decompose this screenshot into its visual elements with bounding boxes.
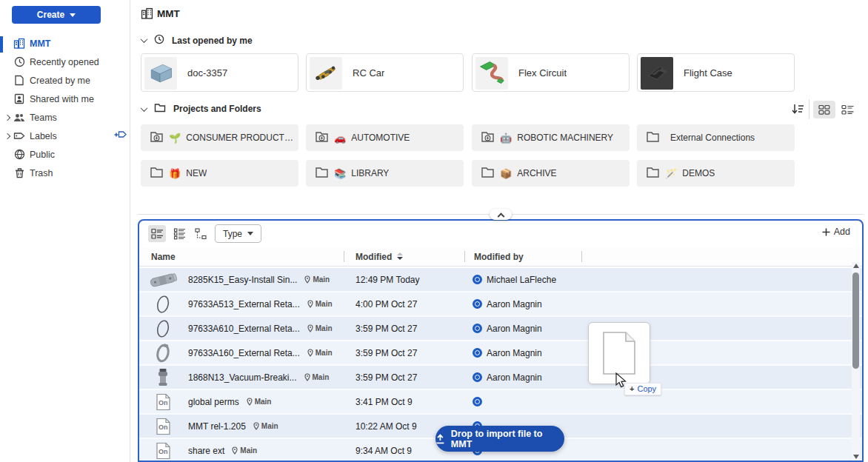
folder-name: LIBRARY: [351, 168, 389, 178]
folder-emoji: 🌱: [169, 133, 181, 143]
document-card-flex-circuit[interactable]: Flex Circuit: [472, 53, 630, 92]
toolbar-divider: [809, 99, 809, 119]
add-label-icon[interactable]: [114, 130, 127, 142]
row-name: share ext: [188, 446, 224, 456]
user-avatar: [473, 275, 482, 284]
row-modified-by: Aaron Magnin: [487, 372, 542, 383]
chevron-down-icon[interactable]: [141, 36, 148, 43]
part-thumbnail-oring: [145, 318, 181, 339]
document-card-rc-car[interactable]: RC Car: [306, 53, 464, 92]
scroll-up-arrow[interactable]: [853, 264, 859, 268]
map-pin-icon: [247, 398, 253, 406]
row-name: 97633A160_External Reta...: [188, 348, 300, 358]
column-header-modified-by[interactable]: Modified by: [474, 252, 524, 262]
document-card-flight-case[interactable]: Flight Case: [637, 53, 795, 92]
scrollbar-thumb[interactable]: [852, 272, 859, 369]
list-view-icon: [841, 104, 854, 116]
row-modified: 12:49 PM Today: [355, 275, 420, 285]
drag-copy-badge: + Copy: [624, 383, 661, 395]
sidebar-item-public[interactable]: Public: [0, 145, 130, 164]
table-row[interactable]: 97633A160_External Reta... Main 3:59 PM …: [139, 341, 862, 366]
row-modified-by: Aaron Magnin: [487, 324, 542, 334]
sort-order-icon[interactable]: [791, 103, 804, 118]
section-projects-header[interactable]: Projects and Folders: [141, 103, 261, 115]
detail-list-view-button[interactable]: [148, 225, 166, 242]
folder-card[interactable]: 🪄 DEMOS: [637, 160, 795, 187]
map-pin-icon: [307, 349, 313, 357]
sidebar-item-trash[interactable]: Trash: [0, 164, 130, 182]
part-thumbnail-valve: [145, 368, 181, 387]
folder-card[interactable]: 🎁 NEW: [141, 160, 298, 187]
document-thumbnail: [144, 57, 177, 90]
create-button[interactable]: Create: [12, 6, 101, 24]
table-row[interactable]: On global perms Main 3:41 PM Oct 9: [139, 390, 862, 415]
sidebar-item-label: Trash: [30, 168, 53, 178]
section-recent-header[interactable]: Last opened by me: [141, 34, 253, 47]
row-modified: 3:59 PM Oct 27: [355, 324, 417, 334]
map-pin-icon: [253, 422, 259, 430]
project-card[interactable]: 🚗 AUTOMOTIVE: [306, 124, 464, 151]
row-modified: 10:22 AM Oct 9: [355, 421, 417, 432]
sidebar-item-shared-with-me[interactable]: Shared with me: [0, 90, 130, 108]
folder-card[interactable]: External Connections: [637, 124, 795, 151]
chevron-right-icon[interactable]: [4, 114, 10, 120]
chevron-right-icon[interactable]: [4, 133, 10, 138]
column-divider[interactable]: [344, 251, 344, 262]
folder-card[interactable]: 📚 LIBRARY: [306, 160, 464, 187]
sidebar-item-labels[interactable]: Labels: [0, 127, 130, 145]
chevron-down-icon[interactable]: [141, 104, 148, 112]
collapse-panel-button[interactable]: [490, 209, 512, 220]
column-header-name[interactable]: Name: [151, 252, 176, 262]
row-name: MMT rel-1.205: [188, 421, 246, 432]
user-avatar: [473, 372, 482, 382]
chevron-down-icon: [70, 13, 76, 17]
row-name: global perms: [188, 397, 239, 407]
folder-icon: [154, 103, 166, 115]
label-tag-icon: [13, 130, 25, 142]
sidebar-item-label: Teams: [30, 113, 57, 123]
list-view-button[interactable]: [836, 101, 858, 118]
trash-icon: [13, 167, 25, 179]
branch-indicator: Main: [304, 373, 330, 381]
company-buildings-icon: [13, 38, 25, 50]
grid-view-icon: [818, 104, 830, 116]
type-filter-dropdown[interactable]: Type: [215, 224, 261, 243]
file-outline-icon: [602, 331, 636, 375]
sidebar-item-mmt[interactable]: MMT: [0, 34, 130, 53]
project-card[interactable]: 🌱 CONSUMER PRODUCTS & RE...: [141, 124, 298, 151]
drop-import-target[interactable]: Drop to import file to MMT: [435, 426, 564, 452]
row-modified: 9:34 AM Oct 9: [355, 446, 412, 456]
document-card-doc-3357[interactable]: doc-3357: [141, 53, 298, 92]
tree-view-button[interactable]: [192, 225, 210, 242]
table-row[interactable]: 97633A513_External Reta... Main 4:00 PM …: [139, 292, 862, 317]
table-row[interactable]: 8285K15_Easy-Install Sin... Main 12:49 P…: [139, 268, 862, 292]
folder-emoji: 🪄: [665, 169, 677, 178]
folder-name: NEW: [186, 168, 207, 178]
chevron-down-icon: [247, 232, 253, 235]
folder-icon: [481, 166, 495, 181]
vertical-scrollbar[interactable]: [852, 262, 860, 461]
compact-list-view-button[interactable]: [170, 225, 188, 242]
grid-view-button[interactable]: [813, 101, 835, 118]
sidebar-item-label: MMT: [30, 38, 50, 49]
add-button[interactable]: Add: [822, 227, 850, 237]
sidebar-item-label: Recently opened: [30, 57, 99, 67]
column-divider[interactable]: [464, 251, 465, 262]
branch-label: Main: [316, 324, 333, 332]
folder-card[interactable]: 📦 ARCHIVE: [472, 160, 630, 187]
sidebar-item-recently-opened[interactable]: Recently opened: [0, 53, 130, 71]
map-pin-icon: [307, 300, 313, 308]
column-header-modified[interactable]: Modified: [355, 252, 392, 262]
sort-arrows-icon[interactable]: [397, 252, 403, 260]
sidebar-item-teams[interactable]: Teams: [0, 108, 130, 127]
project-card[interactable]: 🤖 ROBOTIC MACHINERY: [472, 124, 630, 151]
branch-indicator: Main: [304, 275, 330, 284]
scroll-down-arrow[interactable]: [853, 455, 859, 459]
sidebar-item-created-by-me[interactable]: Created by me: [0, 71, 130, 90]
table-row[interactable]: 1868N13_Vacuum-Breaki... Main 3:59 PM Oc…: [139, 366, 862, 390]
column-divider[interactable]: [581, 251, 582, 262]
map-pin-icon: [304, 373, 310, 381]
table-row[interactable]: 97633A610_External Reta... Main 3:59 PM …: [139, 317, 862, 341]
shared-document-icon: [13, 93, 25, 105]
folder-emoji: 🚗: [334, 133, 346, 143]
